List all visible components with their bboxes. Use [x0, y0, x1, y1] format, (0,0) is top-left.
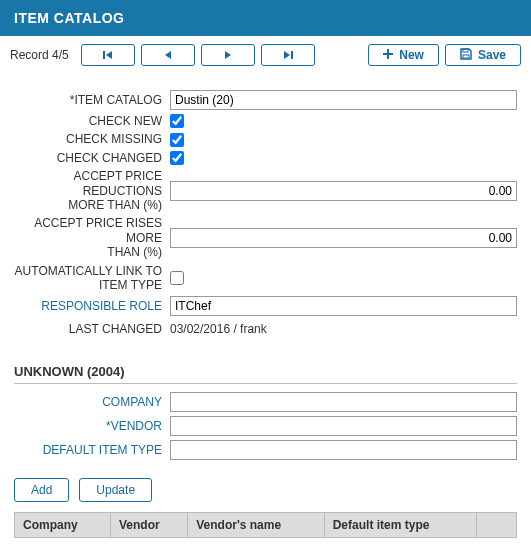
- record-counter: Record 4/5: [10, 48, 69, 62]
- next-icon: [224, 50, 232, 60]
- grid-header-default-item-type[interactable]: Default item type: [324, 513, 476, 538]
- item-catalog-input[interactable]: [170, 90, 517, 110]
- check-missing-checkbox[interactable]: [170, 133, 184, 147]
- item-catalog-label: *ITEM CATALOG: [14, 93, 170, 107]
- svg-rect-0: [103, 51, 105, 59]
- nav-first-button[interactable]: [81, 44, 135, 66]
- section-buttons: Add Update: [0, 472, 531, 508]
- save-button-label: Save: [478, 48, 506, 62]
- grid-header-company[interactable]: Company: [15, 513, 111, 538]
- add-button[interactable]: Add: [14, 478, 69, 502]
- save-button[interactable]: Save: [445, 44, 521, 66]
- last-changed-value: 03/02/2016 / frank: [170, 320, 517, 338]
- svg-marker-1: [106, 51, 112, 59]
- check-new-checkbox[interactable]: [170, 114, 184, 128]
- form-area: *ITEM CATALOG CHECK NEW CHECK MISSING CH…: [0, 74, 531, 350]
- auto-link-checkbox[interactable]: [170, 271, 184, 285]
- grid-header-vendor-name[interactable]: Vendor's name: [188, 513, 324, 538]
- nav-prev-button[interactable]: [141, 44, 195, 66]
- check-changed-label: CHECK CHANGED: [14, 151, 170, 165]
- grid-header-row: Company Vendor Vendor's name Default ite…: [15, 513, 517, 538]
- last-changed-label: LAST CHANGED: [14, 322, 170, 336]
- save-icon: [460, 48, 472, 63]
- company-label[interactable]: COMPANY: [14, 395, 170, 409]
- prev-icon: [164, 50, 172, 60]
- svg-marker-3: [225, 51, 231, 59]
- accept-price-rises-input[interactable]: [170, 228, 517, 248]
- accept-price-rises-label: ACCEPT PRICE RISES MORE THAN (%): [14, 216, 170, 259]
- cell-default-item-type: [324, 538, 476, 546]
- nav-last-button[interactable]: [261, 44, 315, 66]
- last-icon: [283, 50, 293, 60]
- accept-price-reductions-input[interactable]: [170, 181, 517, 201]
- new-button-label: New: [399, 48, 424, 62]
- cell-company: 20: [15, 538, 111, 546]
- svg-rect-8: [463, 49, 468, 52]
- section-title: UNKNOWN (2004): [0, 350, 531, 383]
- grid-header-vendor[interactable]: Vendor: [111, 513, 188, 538]
- section-form: COMPANY *VENDOR DEFAULT ITEM TYPE: [0, 392, 531, 472]
- check-changed-checkbox[interactable]: [170, 151, 184, 165]
- page-title: ITEM CATALOG: [14, 10, 124, 26]
- check-new-label: CHECK NEW: [14, 114, 170, 128]
- accept-price-reductions-label: ACCEPT PRICE REDUCTIONS MORE THAN (%): [14, 169, 170, 212]
- toolbar: Record 4/5 New Save: [0, 36, 531, 74]
- section-divider: [14, 383, 517, 384]
- vendor-grid: Company Vendor Vendor's name Default ite…: [14, 512, 517, 546]
- vendor-input[interactable]: [170, 416, 517, 436]
- page-header: ITEM CATALOG: [0, 0, 531, 36]
- company-input[interactable]: [170, 392, 517, 412]
- new-button[interactable]: New: [368, 44, 439, 66]
- table-row[interactable]: 20 100012 Dustin AB ✖: [15, 538, 517, 546]
- grid-header-actions: [477, 513, 517, 538]
- responsible-role-label[interactable]: RESPONSIBLE ROLE: [14, 299, 170, 313]
- default-item-type-input[interactable]: [170, 440, 517, 460]
- default-item-type-label[interactable]: DEFAULT ITEM TYPE: [14, 443, 170, 457]
- svg-rect-5: [291, 51, 293, 59]
- nav-next-button[interactable]: [201, 44, 255, 66]
- auto-link-label: AUTOMATICALLY LINK TO ITEM TYPE: [14, 264, 170, 293]
- svg-rect-7: [383, 53, 393, 55]
- responsible-role-input[interactable]: [170, 296, 517, 316]
- svg-marker-4: [284, 51, 290, 59]
- plus-icon: [383, 48, 393, 62]
- svg-rect-9: [463, 55, 469, 58]
- vendor-label[interactable]: *VENDOR: [14, 419, 170, 433]
- delete-row-button[interactable]: ✖: [477, 538, 517, 546]
- svg-marker-2: [165, 51, 171, 59]
- check-missing-label: CHECK MISSING: [14, 132, 170, 146]
- cell-vendor: 100012: [111, 538, 188, 546]
- first-icon: [103, 50, 113, 60]
- update-button[interactable]: Update: [79, 478, 152, 502]
- cell-vendor-name: Dustin AB: [188, 538, 324, 546]
